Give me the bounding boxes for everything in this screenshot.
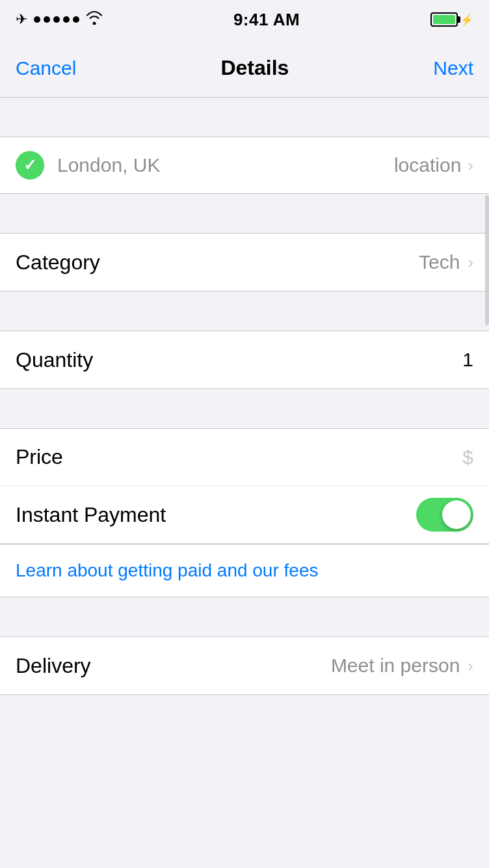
delivery-row[interactable]: Delivery Meet in person ›: [0, 637, 489, 694]
top-spacer: [0, 98, 489, 137]
battery-fill: [433, 15, 455, 24]
separator-3: [0, 389, 489, 428]
next-button[interactable]: Next: [433, 57, 473, 79]
status-left: ✈: [16, 10, 103, 29]
price-row[interactable]: Price $: [0, 429, 489, 486]
delivery-label: Delivery: [16, 654, 91, 678]
instant-payment-right: [416, 498, 473, 532]
delivery-right: Meet in person ›: [331, 655, 473, 677]
battery-indicator: ⚡: [430, 12, 473, 27]
checkmark-icon: ✓: [23, 156, 36, 174]
status-bar: ✈ 9:41 AM ⚡: [0, 0, 489, 39]
category-right: Tech ›: [419, 251, 473, 273]
payment-section: Price $ Instant Payment: [0, 428, 489, 544]
nav-bar: Cancel Details Next: [0, 39, 489, 98]
quantity-value: 1: [462, 349, 473, 371]
category-row[interactable]: Category Tech ›: [0, 234, 489, 291]
separator-4: [0, 597, 489, 636]
location-check-icon: ✓: [16, 151, 44, 180]
price-right: $: [462, 446, 473, 468]
delivery-value: Meet in person: [331, 655, 460, 677]
quantity-label: Quantity: [16, 348, 93, 372]
quantity-right: 1: [462, 349, 473, 371]
separator-2: [0, 292, 489, 331]
location-right: location ›: [394, 154, 473, 176]
category-label: Category: [16, 251, 100, 275]
delivery-chevron-icon: ›: [468, 656, 473, 676]
location-row[interactable]: ✓ London, UK location ›: [0, 137, 489, 194]
page-title: Details: [220, 56, 289, 80]
location-chevron-icon: ›: [468, 156, 473, 176]
currency-symbol: $: [462, 446, 473, 468]
signal-dot-2: [44, 16, 50, 23]
cancel-button[interactable]: Cancel: [16, 57, 76, 79]
quantity-section: Quantity 1: [0, 331, 489, 389]
status-right: ⚡: [430, 12, 473, 27]
location-label: location: [394, 154, 461, 176]
instant-payment-row[interactable]: Instant Payment: [0, 486, 489, 543]
bolt-icon: ⚡: [460, 14, 473, 26]
learn-fees-row[interactable]: Learn about getting paid and our fees: [0, 544, 489, 597]
signal-dot-5: [73, 16, 79, 23]
price-label: Price: [16, 445, 63, 469]
delivery-section: Delivery Meet in person ›: [0, 636, 489, 695]
instant-payment-toggle[interactable]: [416, 498, 473, 532]
category-section: Category Tech ›: [0, 233, 489, 292]
battery-icon: [430, 12, 458, 27]
signal-dot-4: [63, 16, 70, 23]
separator-1: [0, 194, 489, 233]
signal-dot-1: [34, 16, 40, 23]
instant-payment-label: Instant Payment: [16, 503, 166, 527]
wifi-icon: [86, 10, 103, 29]
status-time: 9:41 AM: [233, 10, 300, 30]
quantity-row[interactable]: Quantity 1: [0, 331, 489, 388]
toggle-thumb: [442, 500, 471, 529]
signal-dots: [34, 16, 79, 23]
signal-dot-3: [53, 16, 60, 23]
toggle-track: [416, 498, 473, 532]
learn-fees-link[interactable]: Learn about getting paid and our fees: [16, 560, 318, 580]
location-city-value: London, UK: [57, 154, 394, 176]
scrollbar[interactable]: [485, 195, 489, 325]
category-value: Tech: [419, 251, 460, 273]
category-chevron-icon: ›: [468, 252, 473, 273]
airplane-icon: ✈: [16, 11, 27, 28]
